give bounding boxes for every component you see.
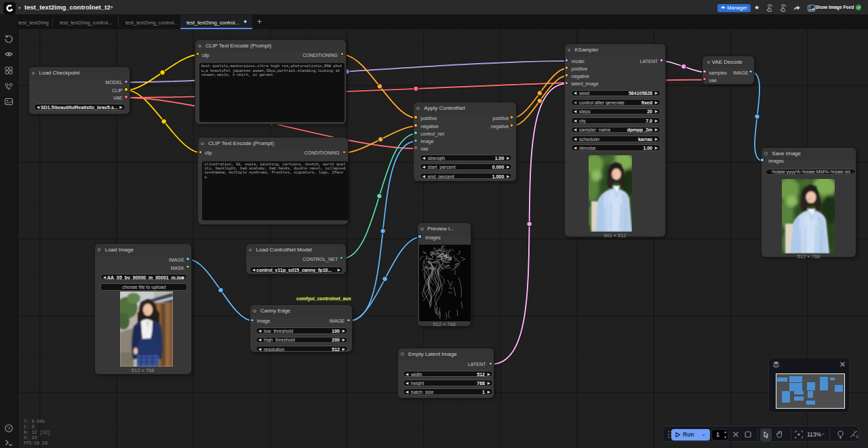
svg-text:A: A xyxy=(768,5,772,12)
svg-text:?: ? xyxy=(7,426,11,432)
svg-text:A: A xyxy=(781,5,785,12)
